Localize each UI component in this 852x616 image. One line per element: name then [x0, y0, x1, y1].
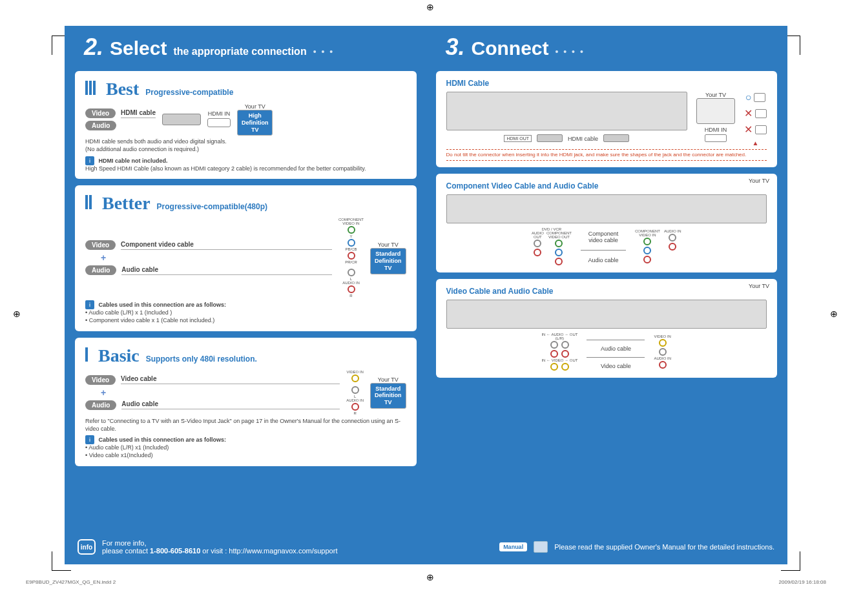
best-note-body: High Speed HDMI Cable (also known as HDM… [85, 165, 366, 172]
date-meta: 2009/02/19 16:18:08 [779, 579, 826, 585]
basic-sub: Supports only 480i resolution. [146, 354, 257, 364]
audio-in-label: AUDIO IN [654, 356, 671, 360]
phone-number: 1-800-605-8610 [150, 547, 200, 555]
plus-icon: + [101, 252, 332, 263]
audio-in-label: AUDIO IN [346, 398, 364, 402]
body-row: Best Progressive-compatible Video HDMI c… [65, 71, 787, 535]
audio-in-label: AUDIO IN [342, 281, 360, 285]
audio-out-label: AUDIO OUT [532, 231, 544, 239]
book-icon [534, 541, 548, 553]
hdmi-in-label: HDMI IN [207, 110, 231, 117]
video-pill: Video [85, 375, 116, 385]
hdmi-caution: Do not tilt the connector when inserting… [446, 149, 767, 161]
best-note: i HDMI cable not included. High Speed HD… [85, 156, 406, 173]
support-url: or visit : http://www.magnavox.com/suppo… [200, 547, 337, 555]
yourtv-label: Your TV [696, 92, 735, 98]
tv-icon [696, 98, 735, 124]
component-jacks: COMPONENT VIDEO IN Y PB/CB PR/CR L AUDIO… [338, 218, 364, 298]
audio-pill: Audio [85, 265, 116, 275]
video-cable-label: Video cable [587, 363, 645, 369]
player-out-jacks: DVD / VCR AUDIO OUT COMPONENT VIDEO OUT [532, 227, 572, 266]
basic-note-1: • Audio cable (L/R) x1 (Included) [85, 444, 169, 451]
registration-mark-icon [830, 308, 839, 317]
dots-icon: • • • [313, 46, 334, 57]
step2-header: 2. Select the appropriate connection • •… [65, 26, 426, 71]
hdmi-port-icon [705, 134, 727, 142]
yourtv-label: Your TV [370, 241, 406, 248]
manual-tag: Manual [499, 542, 527, 551]
audio-cable-label: Audio cable [121, 400, 340, 409]
yourtv-label: Your TV [749, 283, 769, 289]
hdmi-plug-icon [537, 134, 563, 142]
hdmi-plug-icon [603, 134, 629, 142]
connect-component-title: Component Video Cable and Audio Cable [446, 181, 767, 190]
quality-bars-icon [85, 347, 88, 362]
step3-header: 3. Connect • • • • [426, 26, 788, 71]
connector-icon [754, 93, 765, 102]
tv-audio-in-jacks: AUDIO IN [664, 229, 681, 264]
best-desc1: HDMI cable sends both audio and video di… [85, 138, 406, 146]
hdmi-cable-label: HDMI cable [121, 109, 156, 118]
registration-mark-icon [13, 308, 22, 317]
component-video-out-label: COMPONENT VIDEO OUT [546, 231, 572, 239]
basic-note-2: • Video cable x1(Included) [85, 452, 153, 458]
player-av-jacks: IN ← AUDIO → OUT (L/R) IN ← VIDEO → OUT [541, 333, 577, 371]
info-bubble-icon: info [78, 539, 96, 555]
info-icon: i [85, 435, 94, 444]
hdmi-plug-icon [162, 114, 201, 125]
best-sub: Progressive-compatible [145, 88, 233, 97]
cross-icon: ✕ [744, 123, 753, 136]
best-desc2: (No additional audio connection is requi… [85, 146, 406, 154]
connect-video-card: Your TV Video Cable and Audio Cable IN ←… [436, 279, 778, 378]
better-note-2: • Component video cable x 1 (Cable not i… [85, 317, 214, 323]
basic-note: i Cables used in this connection are as … [85, 435, 406, 459]
header-row: 2. Select the appropriate connection • •… [65, 26, 787, 71]
tv-component-in-jacks: COMPONENT VIDEO IN [635, 229, 660, 264]
quality-bars-icon [85, 195, 92, 209]
file-meta: E9P8BUD_ZV427MGX_QG_EN.indd 2 [26, 579, 116, 585]
player-rear-icon [446, 194, 767, 223]
component-video-in-label: COMPONENT VIDEO IN [338, 218, 364, 225]
connect-hdmi-title: HDMI Cable [446, 79, 767, 88]
player-rear-icon [446, 92, 688, 130]
footer-row: info For more info, please contact 1-800… [65, 535, 787, 559]
step2-title: Select [110, 37, 167, 59]
dots-icon: • • • • [556, 46, 585, 57]
quality-bars-icon [85, 81, 96, 95]
r-label: R [353, 411, 356, 415]
contact-label: please contact [102, 547, 150, 555]
better-note: i Cables used in this connection are as … [85, 300, 406, 324]
connect-hdmi-card: HDMI Cable HDMI OUT HDMI cable Your TV [436, 71, 778, 167]
basic-heading: Basic [98, 345, 140, 366]
step3-title: Connect [472, 37, 549, 59]
sd-tv-box: Standard Definition TV [370, 248, 406, 274]
registration-mark-icon [426, 1, 435, 10]
better-note-title: Cables used in this connection are as fo… [99, 302, 227, 308]
better-card: Better Progressive-compatible(480p) Vide… [75, 185, 417, 331]
audio-pill: Audio [85, 121, 116, 130]
tv-av-in-jacks: VIDEO IN AUDIO IN [654, 334, 671, 369]
better-sub: Progressive-compatible(480p) [157, 202, 267, 211]
step2-subtitle: the appropriate connection [173, 46, 306, 57]
hdmi-port-icon [207, 118, 231, 127]
sd-tv-box: Standard Definition TV [370, 383, 406, 409]
video-pill: Video [85, 240, 116, 250]
registration-mark-icon [426, 571, 435, 580]
orientation-guide: ○ ✕ ✕ ▲ [744, 92, 767, 147]
audio-cable-label: Audio cable [121, 266, 332, 275]
connector-icon [755, 109, 767, 118]
cross-icon: ✕ [744, 107, 753, 119]
hd-tv-box: High Definition TV [237, 110, 273, 136]
select-column: Best Progressive-compatible Video HDMI c… [75, 71, 417, 535]
connect-component-card: Your TV Component Video Cable and Audio … [436, 174, 778, 272]
audio-in-label: AUDIO IN [664, 229, 681, 233]
connect-column: HDMI Cable HDMI OUT HDMI cable Your TV [436, 71, 778, 535]
basic-note-title: Cables used in this connection are as fo… [99, 436, 227, 443]
better-heading: Better [102, 193, 151, 214]
audio-pill: Audio [85, 400, 116, 410]
manual-text: Please read the supplied Owner's Manual … [554, 543, 774, 551]
info-icon: i [85, 300, 94, 309]
better-note-1: • Audio cable (L/R) x 1 (Included ) [85, 309, 172, 316]
connector-icon [755, 125, 767, 134]
hdmi-cable-label: HDMI cable [568, 136, 598, 142]
